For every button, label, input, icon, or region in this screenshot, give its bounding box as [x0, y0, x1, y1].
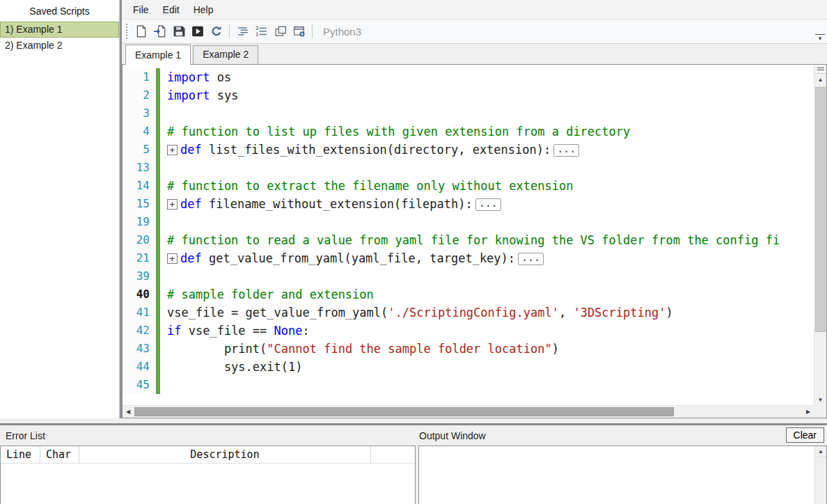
code-line[interactable]: 14# function to extract the filename onl… — [123, 177, 814, 195]
code-line[interactable]: 3 — [123, 104, 814, 123]
line-number: 44 — [123, 358, 156, 376]
horizontal-splitter[interactable] — [0, 418, 827, 425]
new-script-icon[interactable] — [132, 22, 150, 41]
code-line[interactable]: 1import os — [123, 68, 814, 86]
code-text — [160, 213, 167, 231]
toolbar: 21 Python3 ▾ — [122, 19, 827, 44]
reload-script-icon[interactable] — [207, 22, 226, 41]
code-text: # function to read a value from yaml fil… — [160, 231, 780, 249]
code-line[interactable]: 39 — [123, 267, 814, 285]
code-line[interactable]: 4# function to list up files with given … — [123, 123, 814, 141]
code-text: import os — [160, 68, 231, 86]
horizontal-scroll-thumb[interactable] — [134, 407, 674, 416]
line-number: 5 — [123, 141, 156, 159]
code-line[interactable]: 40# sample folder and extension — [123, 285, 814, 304]
line-number: 2 — [123, 86, 156, 104]
code-text — [160, 267, 167, 285]
saved-script-item[interactable]: 1) Example 1 — [0, 22, 119, 38]
error-col-line: Line — [1, 446, 40, 463]
code-text: print("Cannot find the sample folder loc… — [160, 340, 559, 358]
language-label: Python3 — [323, 26, 361, 38]
code-text: +def list_files_with_extension(directory… — [160, 141, 579, 159]
run-script-icon[interactable] — [188, 22, 207, 41]
code-line[interactable]: 21+def get_value_from_yaml(yaml_file, ta… — [123, 249, 814, 267]
code-text: sys.exit(1) — [160, 358, 302, 376]
line-number: 19 — [123, 213, 156, 231]
scroll-up-icon[interactable]: ▲ — [814, 74, 826, 85]
code-editor[interactable]: 1import os2import sys34# function to lis… — [122, 64, 827, 418]
collapsed-code-icon[interactable]: ... — [475, 198, 501, 211]
fold-expand-icon[interactable]: + — [167, 145, 178, 155]
output-window-panel[interactable]: ▲ — [418, 446, 827, 504]
code-line[interactable]: 5+def list_files_with_extension(director… — [123, 141, 814, 159]
bottom-panel-headers: Error List Output Window Clear — [0, 425, 827, 446]
code-text: import sys — [160, 86, 238, 104]
scroll-right-icon[interactable]: ▶ — [803, 406, 814, 418]
code-text: +def filename_without_extension(filepath… — [160, 195, 501, 213]
line-number: 4 — [123, 123, 156, 141]
line-number: 45 — [123, 376, 156, 394]
scrollbar-corner — [814, 405, 826, 418]
duplicate-window-icon[interactable] — [271, 22, 290, 41]
line-number: 21 — [123, 249, 156, 267]
line-numbers-icon[interactable]: 21 — [252, 22, 271, 41]
scroll-left-icon[interactable]: ◀ — [123, 406, 134, 418]
code-line[interactable]: 20# function to read a value from yaml f… — [123, 231, 814, 249]
code-area[interactable]: 1import os2import sys34# function to lis… — [123, 65, 814, 405]
line-number: 3 — [123, 104, 156, 123]
code-line[interactable]: 2import sys — [123, 86, 814, 104]
main-column: FileEditHelp — [122, 0, 827, 418]
vertical-scrollbar[interactable]: ▲ ▼ — [814, 65, 826, 405]
collapsed-code-icon[interactable]: ... — [518, 253, 544, 265]
code-line[interactable]: 13 — [123, 159, 814, 177]
save-script-icon[interactable] — [169, 22, 188, 41]
toolbar-overflow-button[interactable]: ▾ — [815, 34, 825, 42]
saved-script-item[interactable]: 2) Example 2 — [0, 38, 119, 54]
code-line[interactable]: 42if vse_file == None: — [123, 322, 814, 340]
toolbar-separator — [229, 24, 230, 38]
tab-example-2[interactable]: Example 2 — [193, 45, 258, 64]
collapsed-code-icon[interactable]: ... — [553, 144, 579, 157]
code-line[interactable]: 43 print("Cannot find the sample folder … — [123, 340, 814, 358]
menu-help[interactable]: Help — [187, 2, 221, 17]
horizontal-scrollbar[interactable]: ◀ ▶ — [123, 405, 814, 418]
script-settings-icon[interactable] — [290, 22, 308, 41]
error-list-panel[interactable]: LineCharDescription — [0, 446, 416, 504]
code-text — [160, 159, 167, 177]
svg-text:1: 1 — [255, 31, 258, 38]
code-line[interactable]: 45 — [123, 376, 814, 394]
clear-button[interactable]: Clear — [786, 427, 824, 443]
menu-file[interactable]: File — [126, 2, 156, 17]
scroll-down-icon[interactable]: ▼ — [814, 394, 826, 405]
bottom-region: Error List Output Window Clear LineCharD… — [0, 425, 827, 504]
toolbar-grip[interactable] — [125, 23, 129, 40]
tab-example-1[interactable]: Example 1 — [125, 45, 191, 65]
error-list-title: Error List — [6, 430, 45, 441]
vertical-scroll-thumb[interactable] — [815, 87, 826, 332]
output-scroll-up-icon[interactable]: ▲ — [815, 446, 826, 457]
line-number: 40 — [123, 285, 156, 304]
output-scrollbar[interactable]: ▲ — [814, 446, 826, 504]
line-number: 20 — [123, 231, 156, 249]
saved-scripts-title: Saved Scripts — [0, 0, 119, 22]
import-script-icon[interactable] — [150, 22, 169, 41]
error-col-char: Char — [40, 446, 79, 463]
menu-edit[interactable]: Edit — [156, 2, 187, 17]
saved-scripts-list: 1) Example 12) Example 2 — [0, 22, 119, 54]
code-line[interactable]: 19 — [123, 213, 814, 231]
fold-expand-icon[interactable]: + — [167, 253, 178, 264]
editor-split-handle[interactable] — [814, 65, 826, 74]
line-number: 15 — [123, 195, 156, 213]
line-number: 42 — [123, 322, 156, 340]
bottom-panels: LineCharDescription ▲ — [0, 446, 827, 504]
top-region: Saved Scripts 1) Example 12) Example 2 F… — [0, 0, 827, 418]
code-text — [160, 376, 167, 394]
code-text: # sample folder and extension — [160, 285, 374, 304]
word-wrap-icon[interactable] — [233, 22, 252, 41]
code-line[interactable]: 41vse_file = get_value_from_yaml('./Scri… — [123, 304, 814, 322]
script-editor-window: Saved Scripts 1) Example 12) Example 2 F… — [0, 0, 827, 504]
fold-expand-icon[interactable]: + — [167, 199, 178, 210]
code-line[interactable]: 44 sys.exit(1) — [123, 358, 814, 376]
line-number: 41 — [123, 304, 156, 322]
code-line[interactable]: 15+def filename_without_extension(filepa… — [123, 195, 814, 213]
